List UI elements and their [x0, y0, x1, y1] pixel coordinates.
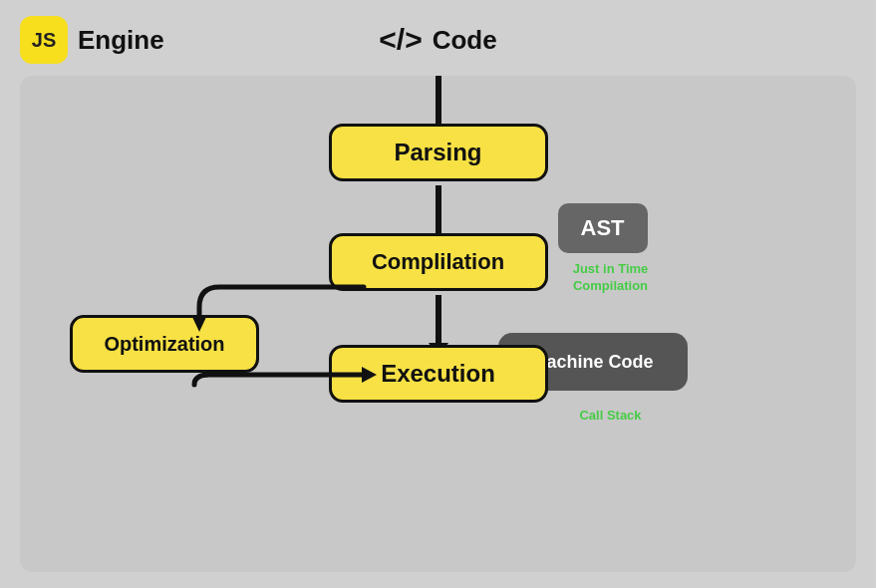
- machine-code-label: Machine Code: [531, 352, 653, 373]
- ast-label: AST: [581, 215, 625, 241]
- call-stack-label: Call Stack: [556, 408, 666, 423]
- header: JS Engine </> Code: [20, 16, 856, 64]
- parsing-box: Parsing: [329, 124, 548, 181]
- compilation-label: Complilation: [372, 249, 504, 275]
- jit-line2: Compilation: [573, 278, 648, 293]
- arrow-parsing-to-compilation: [436, 185, 441, 235]
- jit-label: Just in Time Compilation: [556, 261, 666, 295]
- code-label: Code: [433, 25, 497, 56]
- code-section: </> Code: [379, 23, 496, 57]
- arrow-code-to-parsing: [436, 76, 441, 126]
- optimization-label: Optimization: [104, 333, 224, 356]
- arrow-from-optimization: [184, 375, 359, 427]
- optimization-box: Optimization: [70, 315, 259, 373]
- diagram: Parsing AST Complilation Just in Time Co…: [20, 76, 856, 572]
- js-badge-text: JS: [32, 29, 56, 52]
- ast-box: AST: [558, 203, 648, 253]
- js-engine: JS Engine: [20, 16, 164, 64]
- engine-label: Engine: [78, 25, 164, 56]
- call-stack-text: Call Stack: [579, 408, 641, 423]
- parsing-label: Parsing: [394, 139, 481, 166]
- arrow-to-optimization: [189, 267, 359, 317]
- code-icon: </>: [379, 23, 422, 57]
- js-badge: JS: [20, 16, 68, 64]
- arrow-compilation-to-execution: [436, 295, 441, 345]
- jit-line1: Just in Time: [573, 261, 649, 276]
- execution-label: Execution: [381, 360, 495, 388]
